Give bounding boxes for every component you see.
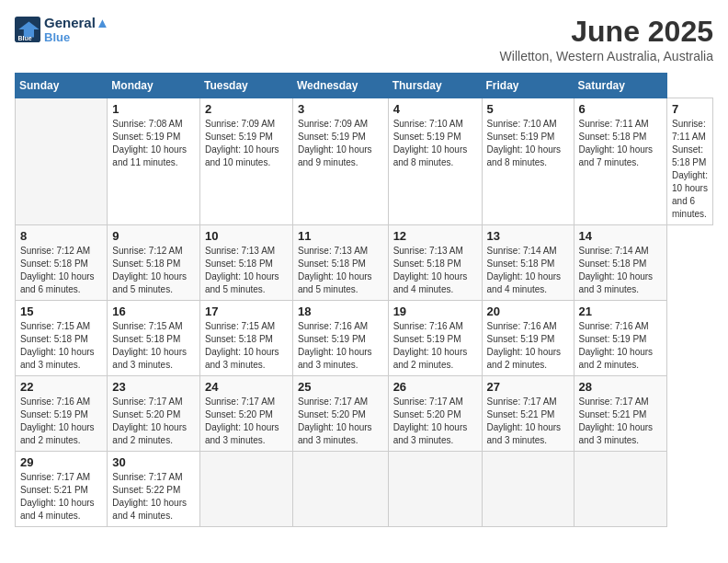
day-number: 9 bbox=[112, 229, 195, 243]
calendar-cell: 29Sunrise: 7:17 AM Sunset: 5:21 PM Dayli… bbox=[16, 452, 108, 527]
header: Blue General▲ Blue June 2025 Willetton, … bbox=[15, 15, 713, 63]
day-number: 5 bbox=[487, 102, 569, 116]
calendar-week-3: 15Sunrise: 7:15 AM Sunset: 5:18 PM Dayli… bbox=[16, 301, 713, 376]
day-number: 16 bbox=[112, 304, 195, 318]
day-info: Sunrise: 7:17 AM Sunset: 5:21 PM Dayligh… bbox=[487, 396, 569, 447]
calendar-cell: 19Sunrise: 7:16 AM Sunset: 5:19 PM Dayli… bbox=[388, 301, 482, 376]
day-number: 22 bbox=[20, 380, 102, 394]
day-info: Sunrise: 7:17 AM Sunset: 5:20 PM Dayligh… bbox=[393, 396, 477, 447]
day-info: Sunrise: 7:17 AM Sunset: 5:22 PM Dayligh… bbox=[112, 471, 195, 523]
calendar-cell: 24Sunrise: 7:17 AM Sunset: 5:20 PM Dayli… bbox=[200, 376, 293, 452]
month-title: June 2025 bbox=[500, 15, 713, 49]
day-info: Sunrise: 7:16 AM Sunset: 5:19 PM Dayligh… bbox=[487, 320, 569, 372]
day-number: 11 bbox=[298, 229, 383, 243]
day-info: Sunrise: 7:17 AM Sunset: 5:20 PM Dayligh… bbox=[112, 396, 195, 447]
calendar-cell: 6Sunrise: 7:11 AM Sunset: 5:18 PM Daylig… bbox=[574, 98, 667, 225]
calendar-cell: 11Sunrise: 7:13 AM Sunset: 5:18 PM Dayli… bbox=[292, 225, 388, 301]
day-number: 27 bbox=[487, 380, 569, 394]
calendar-cell: 8Sunrise: 7:12 AM Sunset: 5:18 PM Daylig… bbox=[16, 225, 108, 301]
day-number: 6 bbox=[579, 102, 663, 116]
day-info: Sunrise: 7:15 AM Sunset: 5:18 PM Dayligh… bbox=[112, 320, 195, 372]
calendar-cell: 4Sunrise: 7:10 AM Sunset: 5:19 PM Daylig… bbox=[388, 98, 482, 225]
day-number: 18 bbox=[298, 304, 383, 318]
day-number: 8 bbox=[20, 229, 102, 243]
day-info: Sunrise: 7:10 AM Sunset: 5:19 PM Dayligh… bbox=[393, 118, 477, 169]
day-header-monday: Monday bbox=[108, 74, 200, 98]
calendar-cell bbox=[482, 452, 574, 527]
calendar-week-1: 1Sunrise: 7:08 AM Sunset: 5:19 PM Daylig… bbox=[16, 98, 713, 225]
day-header-tuesday: Tuesday bbox=[200, 74, 293, 98]
day-info: Sunrise: 7:11 AM Sunset: 5:18 PM Dayligh… bbox=[579, 118, 663, 169]
calendar-week-4: 22Sunrise: 7:16 AM Sunset: 5:19 PM Dayli… bbox=[16, 376, 713, 452]
day-info: Sunrise: 7:08 AM Sunset: 5:19 PM Dayligh… bbox=[112, 118, 195, 169]
day-info: Sunrise: 7:13 AM Sunset: 5:18 PM Dayligh… bbox=[298, 245, 383, 296]
day-number: 20 bbox=[487, 304, 569, 318]
day-info: Sunrise: 7:16 AM Sunset: 5:19 PM Dayligh… bbox=[20, 396, 102, 447]
day-info: Sunrise: 7:13 AM Sunset: 5:18 PM Dayligh… bbox=[393, 245, 477, 296]
calendar-cell: 26Sunrise: 7:17 AM Sunset: 5:20 PM Dayli… bbox=[388, 376, 482, 452]
day-header-sunday: Sunday bbox=[16, 74, 108, 98]
day-info: Sunrise: 7:09 AM Sunset: 5:19 PM Dayligh… bbox=[205, 118, 288, 169]
calendar-cell: 16Sunrise: 7:15 AM Sunset: 5:18 PM Dayli… bbox=[108, 301, 200, 376]
day-header-thursday: Thursday bbox=[388, 74, 482, 98]
day-number: 15 bbox=[20, 304, 102, 318]
day-number: 4 bbox=[393, 102, 477, 116]
logo-icon: Blue bbox=[15, 17, 40, 42]
calendar-cell: 20Sunrise: 7:16 AM Sunset: 5:19 PM Dayli… bbox=[482, 301, 574, 376]
day-info: Sunrise: 7:17 AM Sunset: 5:21 PM Dayligh… bbox=[20, 471, 102, 523]
day-number: 24 bbox=[205, 380, 288, 394]
day-info: Sunrise: 7:14 AM Sunset: 5:18 PM Dayligh… bbox=[487, 245, 569, 296]
day-number: 10 bbox=[205, 229, 288, 243]
day-number: 1 bbox=[112, 102, 195, 116]
logo: Blue General▲ Blue bbox=[15, 15, 109, 44]
calendar-week-5: 29Sunrise: 7:17 AM Sunset: 5:21 PM Dayli… bbox=[16, 452, 713, 527]
calendar-cell: 7Sunrise: 7:11 AM Sunset: 5:18 PM Daylig… bbox=[667, 98, 713, 225]
calendar-cell: 18Sunrise: 7:16 AM Sunset: 5:19 PM Dayli… bbox=[292, 301, 388, 376]
calendar-cell: 30Sunrise: 7:17 AM Sunset: 5:22 PM Dayli… bbox=[108, 452, 200, 527]
calendar-cell: 12Sunrise: 7:13 AM Sunset: 5:18 PM Dayli… bbox=[388, 225, 482, 301]
calendar-week-2: 8Sunrise: 7:12 AM Sunset: 5:18 PM Daylig… bbox=[16, 225, 713, 301]
calendar-header: SundayMondayTuesdayWednesdayThursdayFrid… bbox=[16, 74, 713, 98]
calendar-cell: 9Sunrise: 7:12 AM Sunset: 5:18 PM Daylig… bbox=[108, 225, 200, 301]
calendar-cell: 23Sunrise: 7:17 AM Sunset: 5:20 PM Dayli… bbox=[108, 376, 200, 452]
calendar-cell bbox=[200, 452, 293, 527]
day-info: Sunrise: 7:17 AM Sunset: 5:20 PM Dayligh… bbox=[205, 396, 288, 447]
day-info: Sunrise: 7:12 AM Sunset: 5:18 PM Dayligh… bbox=[20, 245, 102, 296]
day-number: 30 bbox=[112, 455, 195, 469]
day-info: Sunrise: 7:14 AM Sunset: 5:18 PM Dayligh… bbox=[579, 245, 663, 296]
calendar-cell: 5Sunrise: 7:10 AM Sunset: 5:19 PM Daylig… bbox=[482, 98, 574, 225]
day-number: 28 bbox=[579, 380, 663, 394]
day-info: Sunrise: 7:17 AM Sunset: 5:21 PM Dayligh… bbox=[579, 396, 663, 447]
calendar-cell bbox=[388, 452, 482, 527]
day-info: Sunrise: 7:16 AM Sunset: 5:19 PM Dayligh… bbox=[579, 320, 663, 372]
location-subtitle: Willetton, Western Australia, Australia bbox=[500, 49, 713, 63]
title-area: June 2025 Willetton, Western Australia, … bbox=[500, 15, 713, 63]
calendar-cell bbox=[16, 98, 108, 225]
calendar-cell bbox=[292, 452, 388, 527]
day-info: Sunrise: 7:17 AM Sunset: 5:20 PM Dayligh… bbox=[298, 396, 383, 447]
day-number: 2 bbox=[205, 102, 288, 116]
day-info: Sunrise: 7:16 AM Sunset: 5:19 PM Dayligh… bbox=[298, 320, 383, 372]
calendar-cell: 1Sunrise: 7:08 AM Sunset: 5:19 PM Daylig… bbox=[108, 98, 200, 225]
day-number: 12 bbox=[393, 229, 477, 243]
calendar-cell: 14Sunrise: 7:14 AM Sunset: 5:18 PM Dayli… bbox=[574, 225, 667, 301]
day-info: Sunrise: 7:10 AM Sunset: 5:19 PM Dayligh… bbox=[487, 118, 569, 169]
day-header-friday: Friday bbox=[482, 74, 574, 98]
calendar-cell: 25Sunrise: 7:17 AM Sunset: 5:20 PM Dayli… bbox=[292, 376, 388, 452]
calendar-cell: 28Sunrise: 7:17 AM Sunset: 5:21 PM Dayli… bbox=[574, 376, 667, 452]
calendar-table: SundayMondayTuesdayWednesdayThursdayFrid… bbox=[15, 73, 713, 527]
day-number: 29 bbox=[20, 455, 102, 469]
day-info: Sunrise: 7:16 AM Sunset: 5:19 PM Dayligh… bbox=[393, 320, 477, 372]
day-number: 13 bbox=[487, 229, 569, 243]
calendar-cell: 15Sunrise: 7:15 AM Sunset: 5:18 PM Dayli… bbox=[16, 301, 108, 376]
calendar-cell: 21Sunrise: 7:16 AM Sunset: 5:19 PM Dayli… bbox=[574, 301, 667, 376]
day-number: 23 bbox=[112, 380, 195, 394]
day-info: Sunrise: 7:09 AM Sunset: 5:19 PM Dayligh… bbox=[298, 118, 383, 169]
calendar-cell: 22Sunrise: 7:16 AM Sunset: 5:19 PM Dayli… bbox=[16, 376, 108, 452]
calendar-cell: 27Sunrise: 7:17 AM Sunset: 5:21 PM Dayli… bbox=[482, 376, 574, 452]
day-number: 14 bbox=[579, 229, 663, 243]
calendar-cell: 13Sunrise: 7:14 AM Sunset: 5:18 PM Dayli… bbox=[482, 225, 574, 301]
day-number: 21 bbox=[579, 304, 663, 318]
day-info: Sunrise: 7:11 AM Sunset: 5:18 PM Dayligh… bbox=[672, 118, 708, 221]
calendar-cell: 3Sunrise: 7:09 AM Sunset: 5:19 PM Daylig… bbox=[292, 98, 388, 225]
